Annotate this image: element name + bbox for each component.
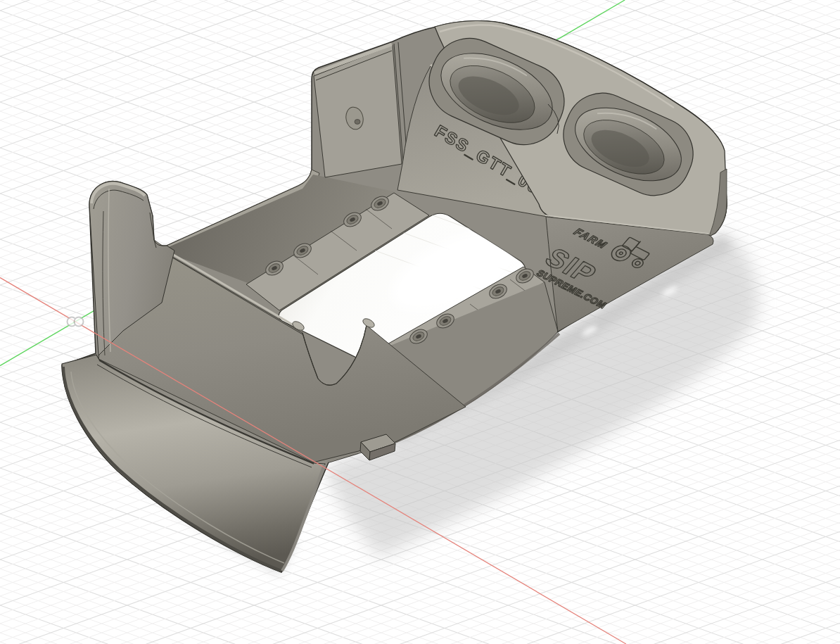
origin-icon (68, 317, 84, 327)
cad-viewport[interactable]: FSS_GTT_001 FARM (0, 0, 840, 644)
model-canvas[interactable]: FSS_GTT_001 FARM (0, 0, 840, 644)
